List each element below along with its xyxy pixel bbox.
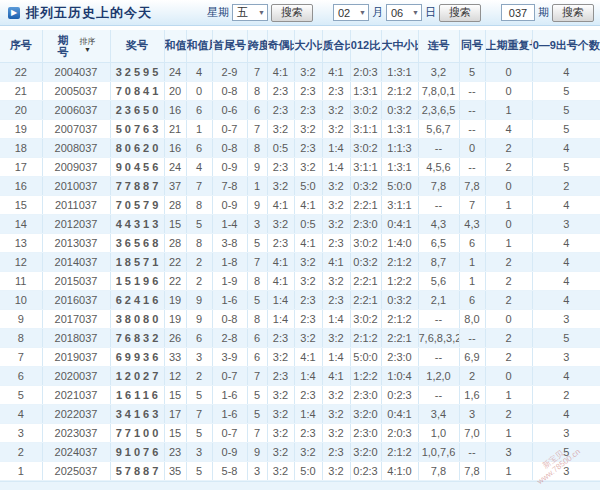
cell: 5	[247, 290, 267, 309]
cell: 2:1:2	[381, 252, 418, 271]
cell: 2019037	[42, 347, 110, 366]
week-search-button[interactable]: 搜索	[271, 4, 313, 22]
cell: 1:2:2	[381, 271, 418, 290]
cell: 3:2	[322, 404, 350, 423]
cell: 1:4	[322, 309, 350, 328]
cell: 3:2	[322, 100, 350, 119]
cell: 2-8	[212, 328, 247, 347]
day-select[interactable]: 06 ▼	[386, 4, 422, 21]
cell: 1:1:3	[381, 138, 418, 157]
cell: 2008037	[42, 138, 110, 157]
table-row: 22024037910762330-993:23:22:33:2:02:1:21…	[0, 442, 600, 461]
cell: 3	[532, 461, 600, 480]
cell: 4:1	[267, 195, 294, 214]
cell: --	[459, 442, 485, 461]
cell: 6	[247, 328, 267, 347]
cell: 3:2	[294, 119, 322, 138]
cell: 3:2	[322, 195, 350, 214]
cell: 3:0:2	[350, 100, 381, 119]
cell: 3:2	[267, 442, 294, 461]
cell: 23	[164, 442, 186, 461]
table-row: 42022037341631771-653:21:43:23:2:00:4:13…	[0, 404, 600, 423]
cell: 3-8	[212, 233, 247, 252]
cell: 1:4	[294, 366, 322, 385]
issue-input[interactable]	[501, 4, 535, 21]
cell: 8	[186, 233, 212, 252]
col-header-span: 跨度	[247, 30, 267, 62]
cell: 3	[247, 461, 267, 480]
cell: 3:0:2	[350, 233, 381, 252]
table-row: 192007037507632110-773:23:23:23:1:11:3:1…	[0, 119, 600, 138]
week-select[interactable]: 五 ▼	[232, 4, 268, 21]
cell: 1-9	[212, 271, 247, 290]
cell: 2:3:0	[350, 214, 381, 233]
cell: 1	[459, 252, 485, 271]
award-number-cell: 15196	[110, 271, 164, 290]
cell: 1:3:1	[350, 81, 381, 100]
award-number-cell: 12027	[110, 366, 164, 385]
cell: 18	[0, 138, 42, 157]
table-row: 112015037151962221-984:13:23:22:2:11:2:2…	[0, 271, 600, 290]
cell: --	[459, 119, 485, 138]
cell: 2:3	[267, 233, 294, 252]
cell: 3:0:2	[350, 138, 381, 157]
page-title: 排列五历史上的今天	[26, 4, 152, 22]
cell: 2023037	[42, 423, 110, 442]
cell: 2012037	[42, 214, 110, 233]
cell: 15	[164, 385, 186, 404]
cell: 7,6,8,3,2	[418, 328, 459, 347]
day-label: 日	[425, 5, 436, 20]
cell: 26	[164, 328, 186, 347]
cell: 1	[485, 195, 532, 214]
cell: 3,4	[418, 404, 459, 423]
cell: 7	[186, 404, 212, 423]
date-search-button[interactable]: 搜索	[439, 4, 481, 22]
cell: 1	[485, 385, 532, 404]
cell: 2	[186, 366, 212, 385]
cell: 2009037	[42, 157, 110, 176]
cell: 8,0	[459, 309, 485, 328]
award-number-cell: 90456	[110, 157, 164, 176]
award-number-cell: 44313	[110, 214, 164, 233]
header-row: 序号 期号 排序 ▼ 奖号 和值 和值尾 首尾号 跨度 奇偶比 大小比 质合比 …	[0, 30, 600, 62]
cell: 4	[532, 233, 600, 252]
cell: 6	[459, 233, 485, 252]
cell: 7	[247, 252, 267, 271]
cell: 0	[485, 62, 532, 81]
cell: 4:1	[294, 347, 322, 366]
cell: 2:3:0	[350, 385, 381, 404]
cell: 7,0	[459, 423, 485, 442]
cell: 24	[164, 62, 186, 81]
sort-label: 排序	[80, 38, 96, 46]
cell: 2	[485, 347, 532, 366]
cell: 5	[532, 442, 600, 461]
cell: 9	[247, 195, 267, 214]
cell: 3:2	[294, 271, 322, 290]
cell: 7,8	[418, 176, 459, 195]
cell: 24	[164, 157, 186, 176]
cell: --	[459, 328, 485, 347]
sort-control[interactable]: 排序 ▼	[80, 38, 96, 54]
cell: 9	[247, 442, 267, 461]
cell: 3:2	[267, 347, 294, 366]
cell: 3:1:1	[381, 195, 418, 214]
cell: 0-9	[212, 442, 247, 461]
table-row: 132013037365682883-852:34:12:33:0:21:4:0…	[0, 233, 600, 252]
cell: 2:1:2	[381, 442, 418, 461]
cell: 4:1	[322, 62, 350, 81]
cell: 21	[164, 119, 186, 138]
cell: 2:3:0	[350, 423, 381, 442]
cell: 4:1	[294, 195, 322, 214]
cell: 2:3	[294, 423, 322, 442]
cell: 1,0	[418, 423, 459, 442]
cell: 22	[164, 271, 186, 290]
cell: 7-8	[212, 176, 247, 195]
cell: 2004037	[42, 62, 110, 81]
cell: 2:3	[322, 442, 350, 461]
cell: --	[418, 138, 459, 157]
cell: 1:4	[294, 404, 322, 423]
cell: 2:3	[267, 100, 294, 119]
month-select[interactable]: 02 ▼	[333, 4, 369, 21]
cell: 5	[532, 157, 600, 176]
issue-search-button[interactable]: 搜索	[552, 4, 594, 22]
